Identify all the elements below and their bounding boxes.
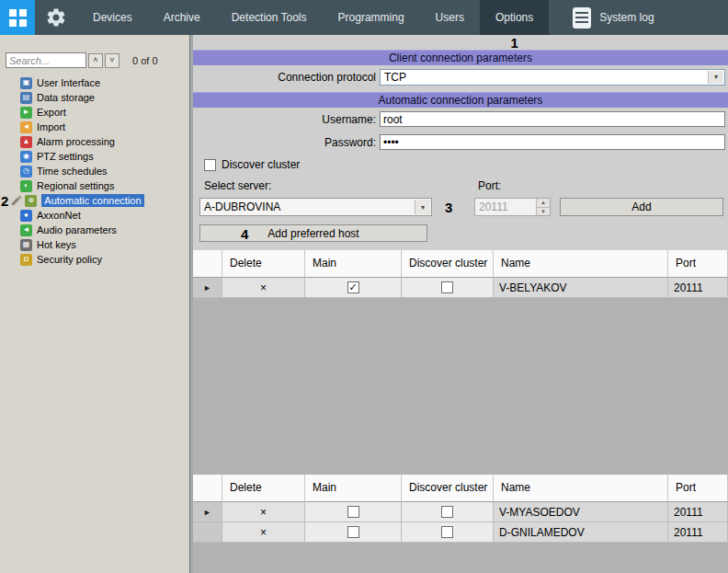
search-input[interactable] bbox=[6, 52, 86, 68]
export-icon bbox=[20, 107, 32, 119]
row-indicator-icon: ► bbox=[193, 278, 222, 298]
row-indicator-icon bbox=[193, 522, 222, 543]
main-checkbox-cell bbox=[305, 278, 402, 298]
column-header-port: Port bbox=[668, 250, 728, 278]
password-label: Password: bbox=[193, 136, 380, 149]
tab-archive[interactable]: Archive bbox=[148, 0, 216, 35]
sidebar-item-audio-parameters[interactable]: Audio parameters bbox=[0, 223, 189, 237]
username-field[interactable] bbox=[380, 111, 725, 127]
main-checkbox-cell bbox=[305, 502, 402, 522]
discover-checkbox[interactable] bbox=[441, 526, 453, 538]
ptz-icon bbox=[20, 151, 32, 163]
discover-checkbox[interactable] bbox=[441, 281, 453, 293]
spin-down-icon[interactable]: ▼ bbox=[537, 208, 550, 216]
connection-protocol-label: Connection protocol bbox=[193, 71, 380, 84]
main-checkbox[interactable] bbox=[347, 281, 359, 293]
select-server-label: Select server: bbox=[204, 179, 478, 191]
column-header-delete: Delete bbox=[222, 250, 305, 278]
alarm-icon bbox=[20, 136, 32, 148]
discover-cluster-row: Discover cluster bbox=[204, 158, 728, 171]
sidebar-item-data-storage[interactable]: Data storage bbox=[0, 90, 189, 105]
system-log-icon bbox=[573, 7, 591, 29]
sidebar-item-export[interactable]: Export bbox=[0, 105, 189, 120]
system-log-button[interactable]: System log bbox=[563, 0, 663, 35]
annotation-1: 1 bbox=[510, 36, 518, 50]
server-port-labels-row: Select server: Port: bbox=[204, 179, 728, 191]
preferred-hosts-table-area: Delete Main Discover cluster Name Port ►… bbox=[193, 250, 728, 475]
add-preferred-host-button[interactable]: 4 Add preferred host bbox=[199, 224, 427, 242]
main-checkbox[interactable] bbox=[347, 526, 359, 538]
sidebar-item-automatic-connection[interactable]: 2 Automatic connection bbox=[0, 193, 189, 208]
connection-protocol-select[interactable]: TCP ▾ bbox=[380, 69, 725, 86]
column-header-delete: Delete bbox=[222, 475, 305, 502]
spin-up-icon[interactable]: ▲ bbox=[537, 199, 550, 208]
automatic-connection-panel: Client connection parameters Connection … bbox=[193, 35, 728, 573]
column-header-name: Name bbox=[494, 475, 668, 502]
main-menu: Devices Archive Detection Tools Programm… bbox=[77, 0, 549, 35]
column-header-selector bbox=[193, 475, 222, 502]
main-checkbox[interactable] bbox=[347, 506, 359, 518]
column-header-selector bbox=[193, 250, 222, 278]
annotation-2: 2 bbox=[1, 194, 8, 208]
settings-gear-button[interactable] bbox=[35, 0, 77, 35]
audio-icon bbox=[20, 224, 32, 236]
chevron-down-icon: ▾ bbox=[415, 200, 430, 214]
column-header-discover-cluster: Discover cluster bbox=[402, 475, 494, 502]
tab-options-label: Options bbox=[495, 11, 533, 24]
delete-row-button[interactable]: × bbox=[222, 522, 305, 543]
preferred-host-row: 4 Add preferred host bbox=[199, 224, 728, 242]
sidebar-item-ptz-settings[interactable]: PTZ settings bbox=[0, 149, 189, 164]
tab-programming[interactable]: Programming bbox=[323, 0, 420, 35]
discover-cluster-checkbox[interactable] bbox=[204, 159, 216, 171]
storage-icon bbox=[20, 92, 32, 104]
sidebar-item-security-policy[interactable]: Security policy bbox=[0, 252, 189, 267]
port-value: 20111 bbox=[475, 199, 536, 215]
main-checkbox-cell bbox=[305, 522, 402, 543]
tab-devices[interactable]: Devices bbox=[77, 0, 148, 35]
import-icon bbox=[20, 121, 32, 133]
host-port-cell: 20111 bbox=[668, 502, 728, 522]
sidebar-item-regional-settings[interactable]: Regional settings bbox=[0, 178, 189, 193]
discover-checkbox-cell bbox=[402, 522, 494, 543]
host-name-cell: D-GNILAMEDOV bbox=[494, 522, 668, 543]
globe-icon bbox=[20, 180, 32, 192]
grid-icon bbox=[9, 9, 27, 27]
host-name-cell: V-BELYAKOV bbox=[494, 278, 668, 298]
sidebar-item-import[interactable]: Import bbox=[0, 120, 189, 134]
search-next-button[interactable]: ˅ bbox=[105, 53, 119, 68]
sidebar-item-time-schedules[interactable]: Time schedules bbox=[0, 164, 189, 178]
connection-icon bbox=[25, 195, 37, 207]
select-server-dropdown[interactable]: A-DUBROVINA ▾ bbox=[199, 198, 432, 216]
add-button[interactable]: Add bbox=[560, 198, 723, 216]
keyboard-icon bbox=[20, 239, 32, 251]
delete-row-button[interactable]: × bbox=[222, 278, 305, 298]
delete-row-button[interactable]: × bbox=[222, 502, 305, 522]
connection-protocol-value: TCP bbox=[384, 71, 406, 84]
tab-options[interactable]: Options 1 bbox=[480, 0, 549, 35]
add-preferred-host-label: Add preferred host bbox=[267, 227, 358, 240]
search-row: ˄ ˅ 0 of 0 bbox=[6, 52, 186, 68]
password-field[interactable] bbox=[380, 134, 725, 150]
column-header-main: Main bbox=[305, 250, 402, 278]
chevron-down-icon: ▾ bbox=[708, 71, 723, 84]
sidebar-item-user-interface[interactable]: User Interface bbox=[0, 75, 189, 90]
sidebar-item-axxonnet[interactable]: AxxonNet bbox=[0, 208, 189, 223]
app-logo-icon[interactable] bbox=[0, 0, 35, 35]
servers-table: Delete Main Discover cluster Name Port ►… bbox=[193, 475, 728, 543]
app-window: Devices Archive Detection Tools Programm… bbox=[0, 0, 728, 573]
options-sidebar: ˄ ˅ 0 of 0 User Interface Data storage E… bbox=[0, 35, 189, 573]
tab-users[interactable]: Users bbox=[420, 0, 480, 35]
spinner-buttons[interactable]: ▲▼ bbox=[536, 199, 550, 215]
system-log-label: System log bbox=[599, 11, 654, 24]
tab-detection-tools[interactable]: Detection Tools bbox=[216, 0, 323, 35]
search-prev-button[interactable]: ˄ bbox=[88, 53, 103, 68]
servers-table-area: Delete Main Discover cluster Name Port ►… bbox=[193, 475, 728, 573]
discover-checkbox[interactable] bbox=[441, 506, 453, 518]
sidebar-item-hot-keys[interactable]: Hot keys bbox=[0, 237, 189, 252]
pencil-icon bbox=[10, 194, 23, 207]
topbar: Devices Archive Detection Tools Programm… bbox=[0, 0, 728, 35]
network-icon bbox=[20, 210, 32, 222]
sidebar-item-alarm-processing[interactable]: Alarm processing bbox=[0, 134, 189, 149]
port-spinner[interactable]: 20111 ▲▼ bbox=[474, 198, 551, 216]
client-connection-section-header: Client connection parameters bbox=[193, 50, 728, 65]
